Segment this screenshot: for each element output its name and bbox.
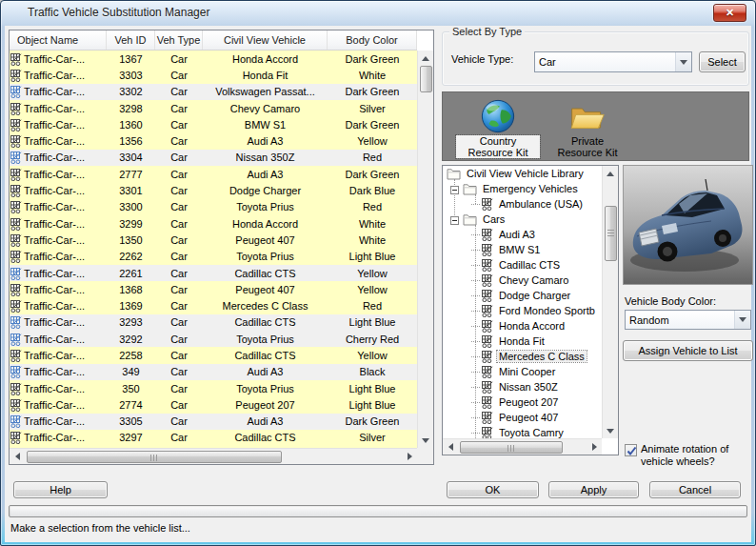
- scroll-down-button[interactable]: [603, 423, 618, 438]
- table-row[interactable]: Traffic-Car-... 1360 Car BMW S1 Dark Gre…: [10, 116, 417, 132]
- table-row[interactable]: Traffic-Car-... 1369 Car Mercedes C Clas…: [10, 297, 417, 313]
- cell-veh-id: 3293: [107, 316, 155, 328]
- cell-civil-view-vehicle: Dodge Charger: [203, 185, 328, 196]
- cell-object-name: Traffic-Car-...: [10, 69, 107, 82]
- cell-body-color: Silver: [328, 103, 417, 114]
- vehicle-icon: [10, 218, 22, 231]
- assign-vehicle-button[interactable]: Assign Vehicle to List: [623, 340, 753, 361]
- tree-item[interactable]: Audi A3: [443, 227, 602, 242]
- table-row[interactable]: Traffic-Car-... 350 Car Toyota Prius Lig…: [10, 380, 417, 396]
- scroll-right-button[interactable]: [402, 449, 417, 464]
- table-row[interactable]: Traffic-Car-... 3298 Car Chevy Camaro Si…: [10, 100, 417, 116]
- tree-item[interactable]: Honda Accord: [443, 318, 602, 334]
- scroll-thumb[interactable]: [605, 206, 617, 261]
- column-header[interactable]: Body Color: [328, 30, 417, 50]
- column-header[interactable]: Veh Type: [155, 30, 203, 50]
- scroll-left-button[interactable]: [443, 439, 458, 455]
- tree-item[interactable]: Civil View Vehicle Library: [443, 166, 602, 181]
- window-title: Traffic Vehicle Substitution Manager: [28, 6, 209, 19]
- vehicle-list-panel: Object NameVeh IDVeh TypeCivil View Vehi…: [9, 30, 434, 465]
- cell-body-color: Light Blue: [328, 316, 417, 328]
- scroll-left-button[interactable]: [10, 449, 25, 464]
- progress-bar: [9, 505, 747, 517]
- cell-civil-view-vehicle: Honda Accord: [203, 218, 328, 230]
- table-row[interactable]: Traffic-Car-... 2262 Car Toyota Prius Li…: [10, 249, 417, 265]
- ok-button[interactable]: OK: [447, 481, 539, 498]
- cell-civil-view-vehicle: Toyota Prius: [203, 383, 328, 394]
- titlebar[interactable]: Traffic Vehicle Substitution Manager ✕: [1, 1, 755, 26]
- close-button[interactable]: ✕: [713, 4, 746, 22]
- vehicle-icon: [10, 432, 22, 444]
- scroll-thumb[interactable]: [27, 451, 282, 463]
- scroll-thumb[interactable]: [420, 66, 432, 92]
- table-row[interactable]: Traffic-Car-... 3303 Car Honda Fit White: [10, 67, 417, 83]
- tree-item[interactable]: Ambulance (USA): [443, 196, 602, 212]
- scroll-up-button[interactable]: [418, 51, 433, 66]
- tree-item[interactable]: Ford Mondeo Sportb: [443, 303, 602, 318]
- table-horizontal-scrollbar[interactable]: [10, 448, 417, 464]
- tree-collapse-icon[interactable]: [450, 215, 459, 224]
- body-color-combobox[interactable]: Random: [625, 310, 751, 330]
- animate-wheels-checkbox[interactable]: [625, 444, 637, 456]
- vehicle-icon: [482, 305, 493, 317]
- scroll-thumb[interactable]: [460, 441, 563, 454]
- table-row[interactable]: Traffic-Car-... 3300 Car Toyota Prius Re…: [10, 199, 417, 215]
- scroll-down-button[interactable]: [418, 433, 433, 448]
- cell-veh-id: 1369: [107, 300, 155, 312]
- tree-item[interactable]: Honda Fit: [443, 334, 602, 349]
- tree-item[interactable]: Toyota Camry: [443, 425, 602, 438]
- animate-wheels-option[interactable]: Animate rotation of vehicle wheels?: [625, 443, 751, 468]
- tree-item[interactable]: Cars: [443, 212, 602, 227]
- table-row[interactable]: Traffic-Car-... 349 Car Audi A3 Black: [10, 364, 417, 380]
- table-row[interactable]: Traffic-Car-... 1356 Car Audi A3 Yellow: [10, 132, 417, 149]
- table-row[interactable]: Traffic-Car-... 1367 Car Honda Accord Da…: [10, 51, 417, 67]
- table-row[interactable]: Traffic-Car-... 3297 Car Cadillac CTS Si…: [10, 430, 417, 446]
- table-row[interactable]: Traffic-Car-... 2774 Car Peugeot 207 Lig…: [10, 396, 417, 413]
- tree-item[interactable]: Mini Cooper: [443, 364, 602, 379]
- combobox-dropdown-button[interactable]: [734, 311, 750, 329]
- tree-item[interactable]: Peugeot 207: [443, 394, 602, 410]
- table-row[interactable]: Traffic-Car-... 1350 Car Peugeot 407 Whi…: [10, 232, 417, 248]
- table-row[interactable]: Traffic-Car-... 3293 Car Cadillac CTS Li…: [10, 314, 417, 331]
- table-row[interactable]: Traffic-Car-... 2261 Car Cadillac CTS Ye…: [10, 265, 417, 281]
- tree-item[interactable]: BMW S1: [443, 242, 602, 257]
- vehicle-icon: [10, 201, 22, 213]
- column-header[interactable]: Civil View Vehicle: [203, 30, 328, 50]
- tree-horizontal-scrollbar[interactable]: [443, 438, 602, 455]
- scroll-right-button[interactable]: [587, 439, 602, 455]
- vehicle-type-combobox[interactable]: Car: [534, 51, 692, 72]
- scroll-up-button[interactable]: [603, 166, 618, 181]
- tree-item[interactable]: Mercedes C Class: [443, 349, 602, 364]
- table-row[interactable]: Traffic-Car-... 3302 Car Volkswagen Pass…: [10, 84, 417, 100]
- tree-vertical-scrollbar[interactable]: [602, 166, 618, 438]
- apply-button[interactable]: Apply: [548, 481, 639, 498]
- table-row[interactable]: Traffic-Car-... 3299 Car Honda Accord Wh…: [10, 215, 417, 232]
- column-header[interactable]: Veh ID: [107, 30, 155, 50]
- cell-veh-id: 2777: [107, 169, 155, 180]
- help-button[interactable]: Help: [13, 481, 108, 498]
- select-button[interactable]: Select: [699, 51, 746, 72]
- table-row[interactable]: Traffic-Car-... 1368 Car Peugeot 407 Yel…: [10, 281, 417, 297]
- resource-kit-item[interactable]: Private Resource Kit: [546, 96, 629, 160]
- resource-kit-item[interactable]: Country Resource Kit: [456, 96, 540, 160]
- combobox-dropdown-button[interactable]: [675, 52, 691, 71]
- tree-item[interactable]: Peugeot 407: [443, 410, 602, 425]
- table-row[interactable]: Traffic-Car-... 2258 Car Cadillac CTS Ye…: [10, 347, 417, 363]
- table-row[interactable]: Traffic-Car-... 2777 Car Audi A3 Dark Gr…: [10, 166, 417, 182]
- tree-item[interactable]: Nissan 350Z: [443, 379, 602, 394]
- column-header[interactable]: Object Name: [10, 30, 107, 50]
- tree-collapse-icon[interactable]: [450, 185, 459, 193]
- table-vertical-scrollbar[interactable]: [417, 51, 433, 448]
- tree-item[interactable]: Emergency Vehicles: [443, 181, 602, 196]
- cell-veh-type: Car: [155, 284, 203, 295]
- tree-connector: [471, 341, 480, 342]
- tree-item[interactable]: Cadillac CTS: [443, 257, 602, 273]
- table-row[interactable]: Traffic-Car-... 3301 Car Dodge Charger D…: [10, 182, 417, 198]
- table-row[interactable]: Traffic-Car-... 3304 Car Nissan 350Z Red: [10, 150, 417, 166]
- table-row[interactable]: Traffic-Car-... 3305 Car Audi A3 Dark Gr…: [10, 414, 417, 430]
- table-row[interactable]: Traffic-Car-... 3292 Car Toyota Prius Ch…: [10, 331, 417, 347]
- tree-item[interactable]: Dodge Charger: [443, 288, 602, 303]
- vehicle-icon: [482, 381, 493, 394]
- tree-item[interactable]: Chevy Camaro: [443, 273, 602, 288]
- cancel-button[interactable]: Cancel: [649, 481, 741, 498]
